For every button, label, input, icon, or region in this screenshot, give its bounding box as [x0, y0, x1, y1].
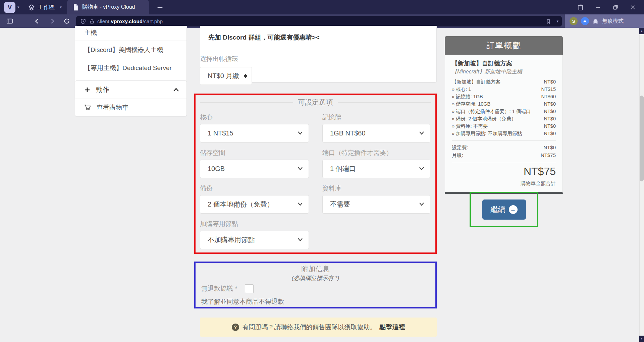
summary-item: » 儲存空間: 10GBNT$0 [452, 100, 556, 108]
cores-select[interactable]: 1 NT$15 [200, 124, 309, 142]
back-icon[interactable] [32, 16, 42, 26]
additional-info-legend: 附加信息 [302, 264, 330, 274]
help-text: 有問題嗎？請聯絡我們的銷售團隊以獲取協助。 [243, 323, 376, 332]
question-circle-icon: ? [232, 324, 239, 331]
option-label-ports: 端口（特定插件才需要） [322, 149, 430, 157]
summary-item: » 備份: 2 個本地備份（免費）NT$0 [452, 115, 556, 122]
incognito-label: 無痕模式 [602, 18, 624, 25]
forward-icon[interactable] [47, 16, 57, 26]
continue-annotation-box: 繼續 → [470, 192, 538, 227]
ports-value: 1 個端口 [330, 164, 356, 173]
summary-item: 【新加坡】自訂義方案NT$0 [452, 78, 556, 86]
billing-cycle-select[interactable]: NT$0 月繳 [200, 67, 252, 85]
sidebar-item-discord[interactable]: 【Discord】美國機器人主機 [75, 41, 186, 59]
memory-select[interactable]: 1GB NT$60 [322, 124, 430, 142]
storage-value: 10GB [208, 165, 225, 173]
option-label-dedicated-node: 加購專用節點 [200, 220, 309, 228]
extension-s-icon[interactable]: S [570, 17, 578, 25]
lock-icon [89, 18, 95, 24]
sidebar-item-dedicated[interactable]: 【專用主機】Dedicated Server [75, 59, 186, 77]
cart-total: NT$75 [452, 165, 556, 178]
additional-info-annotation-box: 附加信息 (必填欄位標示有 *) 無退款協議 * 我了解並同意本商品不得退款 [194, 262, 437, 308]
ports-select[interactable]: 1 個端口 [322, 160, 430, 178]
divider [452, 140, 556, 140]
dedicated-node-select[interactable]: 不加購專用節點 [200, 231, 309, 249]
up-down-arrows-icon [244, 74, 247, 78]
divider [200, 102, 293, 103]
close-button[interactable] [628, 2, 638, 12]
backup-value: 2 個本地備份（免費） [208, 200, 274, 209]
monthly-fee-row: 月繳:NT$75 [452, 151, 556, 159]
workspace-switcher[interactable]: 工作區 ▾ [28, 3, 62, 11]
chevron-down-icon[interactable]: ▾ [17, 5, 19, 9]
panel-toggle-icon[interactable] [5, 16, 15, 26]
help-notice: ? 有問題嗎？請聯絡我們的銷售團隊以獲取協助。 點擊這裡 [200, 318, 437, 337]
no-refund-label: 無退款協議 * [201, 284, 237, 293]
backup-select[interactable]: 2 個本地備份（免費） [200, 195, 309, 214]
actions-header[interactable]: 動作 [75, 81, 186, 99]
scrollbar-down-button[interactable]: ▼ [639, 336, 644, 342]
agree-text: 我了解並同意本商品不得退款 [200, 297, 431, 306]
bookmark-icon[interactable] [546, 18, 551, 24]
minimize-button[interactable] [593, 2, 603, 12]
help-link[interactable]: 點擊這裡 [380, 323, 405, 332]
chevron-down-icon [297, 202, 303, 206]
option-label-memory: 記憶體 [322, 113, 430, 121]
cart-icon [84, 104, 91, 111]
order-summary-title: 訂單概觀 [445, 36, 563, 55]
summary-item: » 端口（特定插件才需要）: 1 個端口NT$0 [452, 108, 556, 115]
database-select[interactable]: 不需要 [322, 195, 430, 214]
chevron-down-icon [419, 166, 425, 171]
storage-select[interactable]: 10GB [200, 160, 309, 178]
extension-area: S 無痕模式 [565, 14, 644, 28]
tab-cart[interactable]: 購物車 - vProxy Cloud [67, 0, 149, 14]
configurable-options-annotation-box: 可設定選項 核心 1 NT$15 記憶體 1GB NT$60 儲存空間 [194, 94, 437, 254]
vpn-extension-icon[interactable] [581, 17, 589, 25]
scrollbar-up-button[interactable]: ▲ [639, 28, 644, 34]
chevron-up-icon[interactable] [172, 87, 180, 93]
config-options-legend: 可設定選項 [298, 98, 333, 107]
option-label-cores: 核心 [200, 113, 309, 121]
restore-button[interactable] [610, 2, 621, 12]
reload-icon[interactable] [62, 16, 72, 26]
billing-cycle-value: NT$0 月繳 [208, 71, 239, 80]
cores-value: 1 NT$15 [208, 129, 233, 137]
vivaldi-logo[interactable]: V [4, 2, 15, 13]
chevron-down-icon [419, 202, 425, 206]
option-label-backup: 備份 [200, 184, 309, 192]
view-cart-label: 查看購物車 [97, 103, 128, 112]
scrollbar-thumb[interactable] [640, 96, 644, 181]
address-bar[interactable]: client.vproxy.cloud/cart.php ▾ [76, 16, 562, 26]
workspace-label: 工作區 [38, 3, 55, 11]
setup-fee-row: 設定費:NT$0 [452, 144, 556, 151]
browser-tab-bar: V ▾ 工作區 ▾ 購物車 - vProxy Cloud [0, 0, 644, 14]
cart-total-caption: 購物車金額合計 [452, 180, 556, 187]
shield-icon[interactable] [80, 18, 86, 25]
continue-button[interactable]: 繼續 → [482, 199, 526, 220]
chevron-down-icon: ▾ [60, 5, 62, 9]
database-value: 不需要 [330, 200, 350, 209]
divider [338, 102, 431, 103]
chevron-down-icon [419, 131, 425, 135]
new-tab-button[interactable] [156, 4, 164, 11]
no-refund-checkbox[interactable] [245, 284, 254, 293]
summary-item: » 記憶體: 1GBNT$60 [452, 93, 556, 100]
summary-item: » 核心: 1NT$15 [452, 86, 556, 93]
trash-icon[interactable] [576, 2, 586, 12]
summary-item: » 資料庫: 不需要NT$0 [452, 122, 556, 130]
url-text: client.vproxy.cloud/cart.php [97, 18, 163, 24]
view-cart-link[interactable]: 查看購物車 [75, 99, 186, 116]
page-content: 主機 【Discord】美國機器人主機 【專用主機】Dedicated Serv… [0, 28, 644, 342]
incognito-ghost-icon [592, 18, 599, 24]
chevron-down-icon [297, 166, 303, 171]
layers-icon [28, 4, 35, 11]
chevron-down-icon[interactable]: ▾ [556, 19, 558, 23]
required-fields-note: (必填欄位標示有 *) [200, 274, 431, 282]
sidebar-item-hosts[interactable]: 主機 [75, 26, 186, 41]
chevron-down-icon [297, 131, 303, 135]
chevron-down-icon [297, 237, 303, 242]
option-label-database: 資料庫 [322, 184, 430, 192]
scrollbar-track[interactable] [639, 28, 644, 342]
summary-item: » 加購專用節點: 不加購專用節點NT$0 [452, 130, 556, 137]
actions-panel: 動作 查看購物車 [75, 80, 187, 116]
